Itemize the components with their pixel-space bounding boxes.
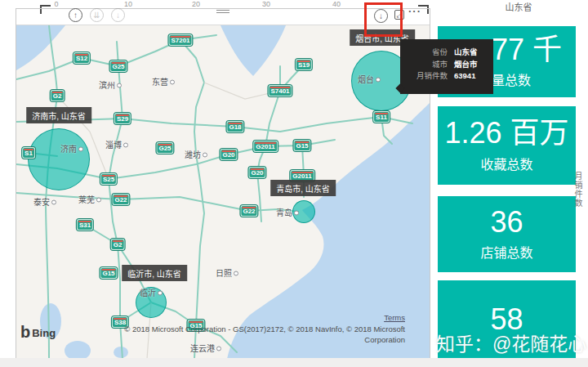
road-shield-S7201: S7201 bbox=[168, 34, 192, 46]
kpi-value: 36 bbox=[490, 207, 523, 238]
city-dot-icon bbox=[203, 153, 207, 158]
city-dot-icon bbox=[376, 78, 381, 83]
tooltip-label: 城市 bbox=[407, 59, 454, 71]
ruler-tick: 30 bbox=[262, 0, 270, 8]
drill-up-icon[interactable]: ↑ bbox=[69, 8, 82, 22]
road-shield-G25: G25 bbox=[109, 60, 127, 72]
kpi-value: 77 千 bbox=[492, 34, 562, 65]
city-dot-icon bbox=[96, 198, 101, 203]
bing-b-icon: b bbox=[20, 324, 30, 339]
city-label-济南: 济南 bbox=[60, 142, 83, 154]
road-shield-S19: S19 bbox=[296, 59, 312, 70]
kpi-card-2: 1.26 百万收藏总数 bbox=[438, 106, 576, 185]
road-shield-G18: G18 bbox=[226, 121, 243, 132]
tooltip-value: 烟台市 bbox=[454, 59, 478, 71]
city-label-滨州: 滨州 bbox=[99, 78, 122, 91]
kpi-value: 1.26 百万 bbox=[444, 118, 568, 149]
city-label-烟台: 烟台 bbox=[358, 73, 381, 85]
bottom-strip bbox=[0, 358, 588, 367]
road-shield-S12: S12 bbox=[74, 52, 90, 64]
ruler-tick: 40 bbox=[332, 0, 341, 8]
map-category-label: 临沂市, 山东省 bbox=[122, 265, 187, 281]
city-label-泰安: 泰安 bbox=[33, 195, 56, 208]
city-label-淄博: 淄博 bbox=[105, 138, 128, 150]
ruler-tick: 0 bbox=[54, 0, 58, 8]
city-label-青岛: 青岛 bbox=[276, 206, 299, 218]
map-tooltip: 省份山东省城市烟台市月销件数63941 bbox=[400, 39, 493, 94]
tooltip-value: 山东省 bbox=[454, 47, 478, 59]
ruler-tick: 20 bbox=[192, 0, 200, 8]
city-label-潍坊: 潍坊 bbox=[185, 148, 207, 160]
city-label-东营: 东营 bbox=[152, 75, 175, 87]
bing-logo: b Bing bbox=[20, 324, 56, 339]
city-label-莱芜: 莱芜 bbox=[78, 193, 101, 205]
city-dot-icon bbox=[158, 291, 163, 296]
road-shield-S29: S29 bbox=[114, 113, 131, 124]
road-shield-S7401: S7401 bbox=[268, 85, 292, 96]
drill-double-down-icon[interactable]: ⇊ bbox=[90, 8, 104, 22]
city-dot-icon bbox=[170, 80, 175, 85]
road-shield-G22: G22 bbox=[240, 205, 257, 217]
kpi-label: 量总数 bbox=[492, 69, 531, 89]
city-dot-icon bbox=[234, 271, 238, 276]
road-shield-G15: G15 bbox=[100, 267, 117, 279]
terms-link[interactable]: Terms bbox=[24, 313, 405, 322]
tooltip-row: 月销件数63941 bbox=[407, 70, 485, 83]
city-dot-icon bbox=[78, 147, 83, 152]
road-shield-S1: S1 bbox=[22, 147, 35, 159]
powerbi-dashboard: 010203040 ↑ ⇊ ↓ ↓ ⤢ ··· bbox=[0, 0, 588, 367]
bing-map[interactable]: S7201S12G25G2S29S1G25S25G22G18G20G2011G1… bbox=[16, 25, 430, 359]
map-bubble-济南[interactable] bbox=[28, 128, 90, 190]
road-shield-G15: G15 bbox=[293, 140, 310, 151]
tooltip-row: 城市烟台市 bbox=[407, 59, 485, 71]
city-dot-icon bbox=[117, 83, 122, 88]
drag-handle-icon[interactable] bbox=[216, 10, 229, 15]
road-shield-S11: S11 bbox=[373, 111, 390, 123]
road-shield-G2: G2 bbox=[51, 90, 65, 101]
map-category-label: 青岛市, 山东省 bbox=[270, 180, 336, 196]
kpi-label: 收藏总数 bbox=[480, 154, 532, 173]
road-shield-G22: G22 bbox=[112, 194, 129, 205]
tooltip-row: 省份山东省 bbox=[407, 47, 485, 59]
road-shield-S31: S31 bbox=[77, 219, 93, 230]
road-shield-G20: G20 bbox=[220, 149, 237, 160]
side-tab-label[interactable]: 月销件数 bbox=[571, 172, 584, 224]
watermark: 知乎：@花随花心 bbox=[436, 329, 585, 356]
map-attribution: © 2018 Microsoft Corporation - GS(2017)2… bbox=[24, 324, 405, 346]
road-shield-G2011: G2011 bbox=[253, 141, 278, 152]
city-dot-icon bbox=[51, 200, 56, 205]
tooltip-value: 63941 bbox=[454, 70, 475, 83]
kpi-label: 店铺总数 bbox=[480, 242, 532, 262]
map-category-label: 济南市, 山东省 bbox=[26, 107, 91, 123]
city-dot-icon bbox=[294, 211, 299, 216]
more-options-icon[interactable]: ··· bbox=[408, 5, 421, 17]
city-dot-icon bbox=[123, 143, 128, 148]
road-shield-S25: S25 bbox=[100, 173, 117, 185]
ruler-tick: 10 bbox=[124, 0, 132, 8]
city-dot-icon bbox=[216, 347, 221, 351]
tooltip-label: 月销件数 bbox=[407, 70, 454, 83]
tooltip-label: 省份 bbox=[407, 47, 454, 59]
region-title: 山东省 bbox=[457, 0, 580, 13]
kpi-card-3: 36店铺总数 bbox=[438, 196, 576, 272]
city-label-日照: 日照 bbox=[216, 266, 238, 279]
city-label-临沂: 临沂 bbox=[140, 286, 163, 298]
road-shield-G2: G2 bbox=[111, 239, 125, 250]
annotation-red-box bbox=[364, 2, 403, 37]
expand-levels-icon[interactable]: ↓ bbox=[111, 8, 125, 22]
road-shield-G25: G25 bbox=[156, 142, 173, 154]
road-shield-G20: G20 bbox=[248, 167, 265, 178]
